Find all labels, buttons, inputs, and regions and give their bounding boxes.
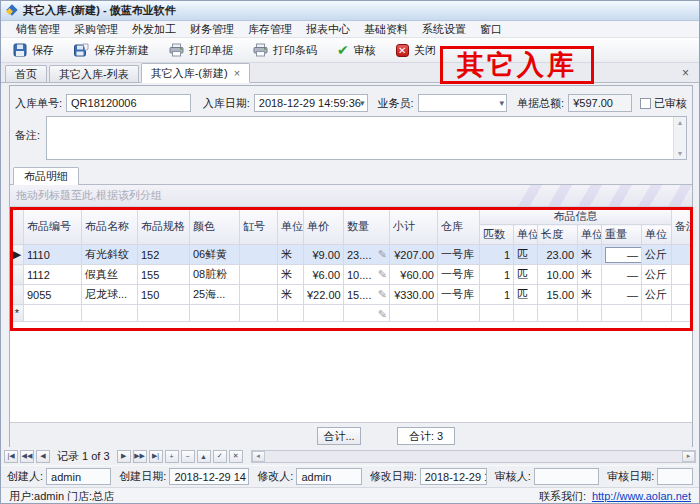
col-header-wt-unit[interactable]: 单位 xyxy=(642,225,672,245)
print-barcode-button[interactable]: 打印条码 xyxy=(253,43,317,58)
cell-price[interactable]: ¥6.00 xyxy=(304,265,344,285)
cell-subtotal[interactable]: ¥60.00 xyxy=(390,265,438,285)
nav-button[interactable]: ▶▶ xyxy=(133,450,147,463)
row-selector[interactable] xyxy=(11,265,24,285)
cell-color[interactable]: 08脏粉 xyxy=(190,265,240,285)
cell-code[interactable]: 9055 xyxy=(24,285,82,305)
table-row[interactable]: ▶ 1110 有光斜纹 152 06鲜黄 米 ¥9.00 23....✎ ¥20… xyxy=(11,245,692,265)
cell-weight[interactable]: — xyxy=(602,285,642,305)
nav-button[interactable]: |◀ xyxy=(4,450,18,463)
cell-len-unit[interactable]: 米 xyxy=(578,245,602,265)
group-by-box[interactable]: 拖动列标题至此,根据该列分组 xyxy=(10,185,692,207)
scroll-right-icon[interactable]: ▸ xyxy=(682,451,695,462)
close-button[interactable]: ✕ 关闭 xyxy=(396,43,436,58)
cell-length[interactable]: 23.00 xyxy=(538,245,578,265)
cell-color[interactable]: 06鲜黄 xyxy=(190,245,240,265)
col-header-subtotal[interactable]: 小计 xyxy=(390,208,438,245)
checkbox-icon[interactable] xyxy=(640,98,651,109)
col-header-pcs-unit[interactable]: 单位 xyxy=(514,225,538,245)
menu-settings[interactable]: 系统设置 xyxy=(415,21,473,38)
nav-button[interactable]: − xyxy=(181,450,195,463)
salesman-select[interactable]: ▾ xyxy=(418,94,507,112)
col-header-weight[interactable]: 重量 xyxy=(602,225,642,245)
nav-button[interactable]: + xyxy=(165,450,179,463)
col-header-spec[interactable]: 布品规格 xyxy=(138,208,190,245)
cell-spec[interactable]: 152 xyxy=(138,245,190,265)
cell-warehouse[interactable]: 一号库 xyxy=(438,285,480,305)
menu-basedata[interactable]: 基础资料 xyxy=(357,21,415,38)
cell-qty[interactable]: 23....✎ xyxy=(344,245,390,265)
nav-button[interactable]: ▶ xyxy=(117,450,131,463)
cell-weight[interactable]: — xyxy=(602,245,642,265)
cell-vat[interactable] xyxy=(240,245,278,265)
menu-reports[interactable]: 报表中心 xyxy=(299,21,357,38)
table-row[interactable]: 9055 尼龙球... 150 25海... 米 ¥22.00 15....✎ … xyxy=(11,285,692,305)
col-header-vat[interactable]: 缸号 xyxy=(240,208,278,245)
col-header-remark[interactable]: 备注 xyxy=(672,208,692,245)
cell-price[interactable]: ¥9.00 xyxy=(304,245,344,265)
cell-len-unit[interactable]: 米 xyxy=(578,285,602,305)
col-header-name[interactable]: 布品名称 xyxy=(82,208,138,245)
cell-code[interactable]: 1110 xyxy=(24,245,82,265)
col-header-qty[interactable]: 数量 xyxy=(344,208,390,245)
cell-pcs-unit[interactable]: 匹 xyxy=(514,285,538,305)
cell-remark[interactable] xyxy=(672,285,692,305)
scroll-left-icon[interactable]: ◂ xyxy=(252,451,265,462)
tab-inbound-list[interactable]: 其它入库-列表 xyxy=(49,65,139,82)
menu-finance[interactable]: 财务管理 xyxy=(183,21,241,38)
cell-name[interactable]: 有光斜纹 xyxy=(82,245,138,265)
cell-vat[interactable] xyxy=(240,285,278,305)
cell-pcs-unit[interactable]: 匹 xyxy=(514,265,538,285)
scroll-up-icon[interactable]: ▲ xyxy=(677,119,684,126)
col-header-length[interactable]: 长度 xyxy=(538,225,578,245)
website-link[interactable]: http://www.aolan.net xyxy=(592,490,691,502)
cell-unit[interactable]: 米 xyxy=(278,285,304,305)
cell-remark[interactable] xyxy=(672,265,692,285)
menu-window[interactable]: 窗口 xyxy=(473,21,509,38)
order-no-field[interactable]: QR18120006 xyxy=(66,94,191,112)
audited-checkbox[interactable]: 已审核 xyxy=(640,96,687,111)
cell-unit[interactable]: 米 xyxy=(278,265,304,285)
nav-button[interactable]: ▶| xyxy=(149,450,163,463)
row-selector[interactable] xyxy=(11,285,24,305)
remark-scrollbar[interactable]: ▲ ▼ xyxy=(673,117,686,159)
menu-purchase[interactable]: 采购管理 xyxy=(67,21,125,38)
cell-length[interactable]: 10.00 xyxy=(538,265,578,285)
tab-close-icon[interactable]: × xyxy=(234,68,240,78)
nav-button[interactable]: ✓ xyxy=(213,450,227,463)
cell-unit[interactable]: 米 xyxy=(278,245,304,265)
row-selector[interactable]: ▶ xyxy=(11,245,24,265)
sum-button[interactable]: 合计... xyxy=(317,427,361,445)
date-picker[interactable]: 2018-12-29 14:59:36▾ xyxy=(254,94,368,112)
scroll-down-icon[interactable]: ▼ xyxy=(677,150,684,157)
panel-close-icon[interactable]: × xyxy=(676,66,695,80)
cell-qty[interactable]: 15....✎ xyxy=(344,285,390,305)
cell-code[interactable]: 1112 xyxy=(24,265,82,285)
nav-button[interactable]: ✕ xyxy=(229,450,243,463)
cell-subtotal[interactable]: ¥207.00 xyxy=(390,245,438,265)
audit-button[interactable]: ✔ 审核 xyxy=(337,43,376,58)
print-doc-button[interactable]: 打印单据 xyxy=(169,43,233,58)
table-row[interactable]: 1112 假真丝 155 08脏粉 米 ¥6.00 10....✎ ¥60.00… xyxy=(11,265,692,285)
nav-button[interactable]: ◀◀ xyxy=(20,450,34,463)
cell-subtotal[interactable]: ¥330.00 xyxy=(390,285,438,305)
cell-name[interactable]: 假真丝 xyxy=(82,265,138,285)
cell-color[interactable]: 25海... xyxy=(190,285,240,305)
menu-inventory[interactable]: 库存管理 xyxy=(241,21,299,38)
col-header-code[interactable]: 布品编号 xyxy=(24,208,82,245)
tab-home[interactable]: 首页 xyxy=(5,65,47,82)
menu-sales[interactable]: 销售管理 xyxy=(9,21,67,38)
menu-outsourcing[interactable]: 外发加工 xyxy=(125,21,183,38)
cell-name[interactable]: 尼龙球... xyxy=(82,285,138,305)
cell-spec[interactable]: 150 xyxy=(138,285,190,305)
cell-wt-unit[interactable]: 公斤 xyxy=(642,265,672,285)
cell-pcs[interactable]: 1 xyxy=(480,265,514,285)
chevron-down-icon[interactable]: ▾ xyxy=(500,98,505,108)
chevron-down-icon[interactable]: ▾ xyxy=(360,98,365,108)
col-header-pcs[interactable]: 匹数 xyxy=(480,225,514,245)
cell-len-unit[interactable]: 米 xyxy=(578,265,602,285)
cell-pcs[interactable]: 1 xyxy=(480,245,514,265)
col-header-color[interactable]: 颜色 xyxy=(190,208,240,245)
col-group-fabric-info[interactable]: 布品信息 xyxy=(480,208,672,225)
table-new-row[interactable]: * ✎ xyxy=(11,305,692,322)
